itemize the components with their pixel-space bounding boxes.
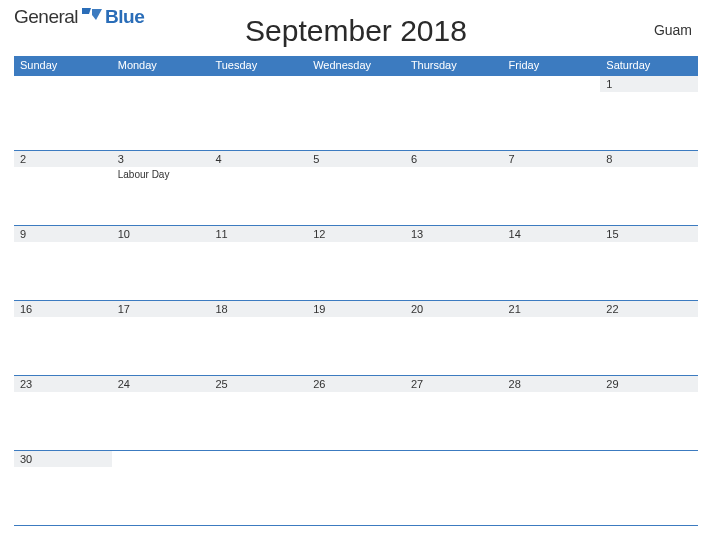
day-number: 16 [20, 303, 32, 315]
day-number-row: 22 [600, 301, 698, 317]
day-number: 7 [509, 153, 515, 165]
day-number: 2 [20, 153, 26, 165]
day-header: Monday [112, 56, 210, 76]
day-cell: 24 [112, 376, 210, 450]
day-number-row: 18 [209, 301, 307, 317]
day-number: 4 [215, 153, 221, 165]
week-row: 30 [14, 450, 698, 525]
day-cell: 10 [112, 226, 210, 300]
day-number-row [503, 76, 601, 92]
day-number-row: 15 [600, 226, 698, 242]
day-number: 20 [411, 303, 423, 315]
day-number: 24 [118, 378, 130, 390]
day-number-row [307, 451, 405, 467]
day-number-row: 30 [14, 451, 112, 467]
day-number-row [209, 451, 307, 467]
day-cell [307, 76, 405, 150]
day-number-row: 6 [405, 151, 503, 167]
day-number-row: 5 [307, 151, 405, 167]
day-cell: 27 [405, 376, 503, 450]
day-cell [503, 451, 601, 525]
day-number: 11 [215, 228, 227, 240]
day-cell: 13 [405, 226, 503, 300]
day-number: 30 [20, 453, 32, 465]
day-number: 19 [313, 303, 325, 315]
day-cell: 6 [405, 151, 503, 225]
day-number-row: 16 [14, 301, 112, 317]
day-cell: 22 [600, 301, 698, 375]
day-number-row: 1 [600, 76, 698, 92]
day-cell: 29 [600, 376, 698, 450]
day-cell: 3Labour Day [112, 151, 210, 225]
day-cell [307, 451, 405, 525]
day-number: 10 [118, 228, 130, 240]
day-number-row: 23 [14, 376, 112, 392]
day-number: 14 [509, 228, 521, 240]
day-cell: 19 [307, 301, 405, 375]
day-cell [503, 76, 601, 150]
day-header: Tuesday [209, 56, 307, 76]
day-cell: 15 [600, 226, 698, 300]
day-cell: 12 [307, 226, 405, 300]
day-number-row: 8 [600, 151, 698, 167]
day-number: 21 [509, 303, 521, 315]
day-cell: 20 [405, 301, 503, 375]
day-number-row: 14 [503, 226, 601, 242]
region-label: Guam [654, 22, 692, 38]
day-cell [112, 451, 210, 525]
brand-part1: General [14, 6, 78, 28]
day-cell: 16 [14, 301, 112, 375]
flag-icon [81, 6, 103, 26]
day-header: Thursday [405, 56, 503, 76]
day-number-row [14, 76, 112, 92]
day-cell: 8 [600, 151, 698, 225]
day-number-row: 26 [307, 376, 405, 392]
day-number-row: 4 [209, 151, 307, 167]
day-number-row [112, 76, 210, 92]
day-number: 9 [20, 228, 26, 240]
day-number: 18 [215, 303, 227, 315]
week-row: 1 [14, 76, 698, 150]
day-number-row [503, 451, 601, 467]
day-number: 12 [313, 228, 325, 240]
day-number: 13 [411, 228, 423, 240]
day-number-row [307, 76, 405, 92]
day-number-row: 24 [112, 376, 210, 392]
day-number-row: 9 [14, 226, 112, 242]
day-header: Saturday [600, 56, 698, 76]
day-number-row [405, 76, 503, 92]
calendar-bottom-rule [14, 525, 698, 526]
brand-part2: Blue [105, 6, 144, 28]
day-number: 8 [606, 153, 612, 165]
day-header-row: Sunday Monday Tuesday Wednesday Thursday… [14, 56, 698, 76]
day-number-row: 7 [503, 151, 601, 167]
day-cell [405, 76, 503, 150]
day-header: Sunday [14, 56, 112, 76]
day-cell [405, 451, 503, 525]
day-cell [112, 76, 210, 150]
day-number-row: 2 [14, 151, 112, 167]
day-cell: 28 [503, 376, 601, 450]
day-number-row [209, 76, 307, 92]
day-number-row: 20 [405, 301, 503, 317]
day-number-row: 13 [405, 226, 503, 242]
day-number: 25 [215, 378, 227, 390]
day-number-row: 17 [112, 301, 210, 317]
day-cell: 25 [209, 376, 307, 450]
day-number: 27 [411, 378, 423, 390]
day-number-row: 12 [307, 226, 405, 242]
day-cell [209, 451, 307, 525]
day-number-row: 3 [112, 151, 210, 167]
day-number: 1 [606, 78, 612, 90]
day-header: Wednesday [307, 56, 405, 76]
day-number: 29 [606, 378, 618, 390]
day-cell [209, 76, 307, 150]
day-cell: 1 [600, 76, 698, 150]
day-number-row: 29 [600, 376, 698, 392]
day-number-row [600, 451, 698, 467]
day-number: 23 [20, 378, 32, 390]
event-label: Labour Day [112, 167, 210, 180]
day-header: Friday [503, 56, 601, 76]
day-number: 22 [606, 303, 618, 315]
day-number-row [405, 451, 503, 467]
